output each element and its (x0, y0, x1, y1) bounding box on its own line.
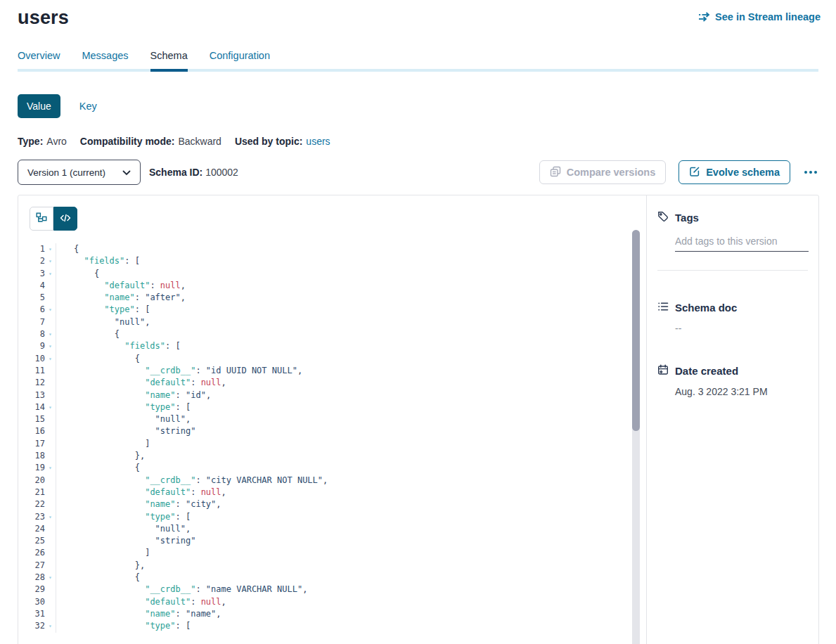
line-number: 19 (18, 462, 45, 474)
tab-messages[interactable]: Messages (82, 50, 128, 69)
fold-toggle-icon[interactable]: ▾ (45, 243, 56, 255)
code-line: 13 "name": "id", (18, 389, 632, 401)
code-text: "null", (56, 523, 191, 535)
fold-toggle-icon[interactable]: ▾ (45, 328, 56, 340)
used-by-topic-label: Used by topic: (235, 136, 302, 147)
line-number: 10 (18, 353, 45, 365)
line-number: 11 (18, 365, 45, 377)
line-number: 17 (18, 438, 45, 450)
compare-versions-button[interactable]: Compare versions (539, 160, 667, 184)
topic-link[interactable]: users (306, 136, 330, 147)
tab-bar: Overview Messages Schema Configuration (0, 50, 836, 72)
editor-scrollbar-track[interactable] (632, 230, 640, 644)
line-number: 15 (18, 413, 45, 425)
code-text: "__crdb__": "id UUID NOT NULL", (56, 365, 302, 377)
code-text: "type": [ (56, 304, 150, 316)
sidebar-divider (657, 270, 808, 271)
tab-overview[interactable]: Overview (18, 50, 60, 69)
code-text: "__crdb__": "name VARCHAR NULL", (56, 584, 307, 595)
code-text: { (56, 353, 140, 365)
version-bar: Version 1 (current) Schema ID: 100002 Co… (18, 160, 818, 185)
line-number: 12 (18, 377, 45, 389)
fold-toggle-icon[interactable]: ▾ (45, 401, 56, 413)
line-number: 7 (18, 316, 45, 328)
schema-id-label: Schema ID: (149, 167, 202, 178)
code-line: 30 "default": null, (18, 596, 632, 608)
tab-configuration[interactable]: Configuration (210, 50, 270, 69)
code-line: 3▾ { (18, 268, 632, 280)
tags-input[interactable] (675, 236, 809, 252)
fold-toggle-icon[interactable]: ▾ (45, 304, 56, 316)
code-line: 5 "name": "after", (18, 292, 632, 304)
code-line: 25 "string" (18, 535, 632, 547)
code-line: 19▾ { (18, 462, 632, 474)
fold-spacer (45, 596, 56, 608)
meta-type: Type: Avro (18, 136, 67, 147)
code-line: 12 "default": null, (18, 377, 632, 389)
fold-toggle-icon[interactable]: ▾ (45, 462, 56, 474)
stream-lineage-label: See in Stream lineage (715, 11, 821, 22)
code-text: "fields": [ (56, 340, 181, 352)
line-number: 31 (18, 608, 45, 620)
line-number: 24 (18, 523, 45, 535)
meta-used-by-topic: Used by topic: users (235, 136, 330, 147)
code-text: "name": "name", (56, 608, 221, 620)
evolve-schema-button[interactable]: Evolve schema (679, 160, 790, 184)
code-line: 16 "string" (18, 425, 632, 437)
more-options-button[interactable] (803, 167, 818, 178)
code-line: 18 }, (18, 450, 632, 462)
code-text: { (56, 243, 79, 255)
compare-versions-label: Compare versions (567, 167, 656, 178)
editor-scrollbar-thumb[interactable] (632, 230, 640, 431)
fold-spacer (45, 608, 56, 620)
fold-toggle-icon[interactable]: ▾ (45, 268, 56, 280)
version-select-value: Version 1 (current) (27, 167, 105, 178)
code-line: 20 "__crdb__": "city VARCHAR NOT NULL", (18, 475, 632, 487)
line-number: 1 (18, 243, 45, 255)
tab-schema[interactable]: Schema (150, 50, 188, 69)
code-text: { (56, 328, 120, 340)
fold-toggle-icon[interactable]: ▾ (45, 353, 56, 365)
fold-toggle-icon[interactable]: ▾ (45, 511, 56, 523)
view-mode-toggle (30, 207, 77, 231)
fold-spacer (45, 365, 56, 377)
version-select[interactable]: Version 1 (current) (18, 160, 141, 185)
line-number: 20 (18, 475, 45, 487)
key-toggle-button[interactable]: Key (79, 101, 97, 112)
list-icon (657, 301, 669, 314)
tree-view-button[interactable] (30, 207, 53, 231)
tab-underline-track (18, 69, 818, 72)
code-view-button[interactable] (53, 207, 77, 231)
stream-lineage-link[interactable]: See in Stream lineage (698, 11, 821, 22)
line-number: 3 (18, 268, 45, 280)
schema-meta-row: Type: Avro Compatibility mode: Backward … (18, 136, 818, 147)
schema-editor: 1▾{2▾ "fields": [3▾ {4 "default": null,5… (18, 243, 632, 644)
fold-spacer (45, 498, 56, 510)
fold-toggle-icon[interactable]: ▾ (45, 255, 56, 267)
fold-spacer (45, 560, 56, 572)
code-line: 32▾ "type": [ (18, 620, 632, 632)
value-toggle-button[interactable]: Value (18, 94, 60, 118)
code-text: "null", (56, 316, 150, 328)
date-created-section: Date created Aug. 3 2022 3:21 PM (657, 364, 808, 397)
fold-toggle-icon[interactable]: ▾ (45, 340, 56, 352)
code-text: }, (56, 560, 145, 572)
date-created-value: Aug. 3 2022 3:21 PM (675, 386, 808, 397)
fold-toggle-icon[interactable]: ▾ (45, 572, 56, 584)
code-line: 11 "__crdb__": "id UUID NOT NULL", (18, 365, 632, 377)
code-text: "type": [ (56, 401, 191, 413)
line-number: 21 (18, 487, 45, 498)
line-number: 27 (18, 560, 45, 572)
line-number: 25 (18, 535, 45, 547)
line-number: 4 (18, 280, 45, 292)
line-number: 16 (18, 425, 45, 437)
compatibility-label: Compatibility mode: (80, 136, 175, 147)
fold-spacer (45, 438, 56, 450)
line-number: 23 (18, 511, 45, 523)
line-number: 14 (18, 401, 45, 413)
code-text: "null", (56, 413, 191, 425)
schema-code-panel: 1▾{2▾ "fields": [3▾ {4 "default": null,5… (18, 195, 646, 644)
fold-toggle-icon[interactable]: ▾ (45, 620, 56, 632)
compatibility-value: Backward (178, 136, 221, 147)
fold-spacer (45, 523, 56, 535)
